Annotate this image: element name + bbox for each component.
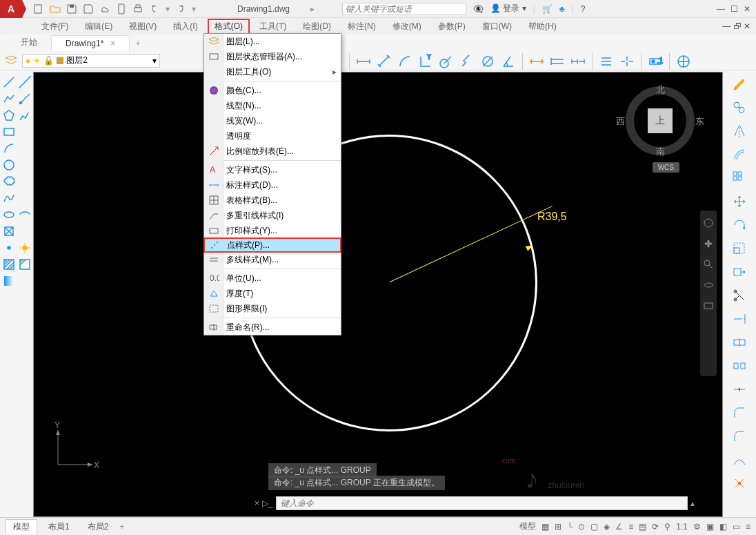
dd-color[interactable]: 颜色(C)... xyxy=(204,83,341,98)
cloud-icon[interactable] xyxy=(99,3,110,14)
spline-tool[interactable] xyxy=(1,191,16,206)
dim-linear-icon[interactable] xyxy=(354,52,373,71)
cmd-recent-icon[interactable]: ▴ xyxy=(690,498,695,508)
3dpoly-tool[interactable] xyxy=(17,108,32,123)
wheel-icon[interactable] xyxy=(703,217,714,228)
model-tab[interactable]: 模型 xyxy=(6,519,37,534)
command-input[interactable] xyxy=(276,496,688,510)
minimize-button[interactable]: — xyxy=(717,4,725,14)
dd-table-style[interactable]: 表格样式(B)... xyxy=(204,193,341,208)
ellipse-tool[interactable] xyxy=(1,207,16,222)
sb-otrack-icon[interactable]: ∠ xyxy=(615,522,623,532)
dim-diameter-icon[interactable] xyxy=(478,52,497,71)
dd-scale-list[interactable]: 比例缩放列表(E)... xyxy=(204,144,341,159)
polygon-tool[interactable] xyxy=(1,108,16,123)
dd-linetype[interactable]: 线型(N)... xyxy=(204,98,341,113)
chamfer-tool[interactable] xyxy=(730,403,749,422)
viewcube[interactable]: 上 北 南 东 西 xyxy=(626,86,695,155)
gradient-tool[interactable] xyxy=(1,273,16,289)
wcs-badge[interactable]: WCS xyxy=(653,162,679,173)
dd-limits[interactable]: 图形界限(I) xyxy=(204,301,341,316)
menu-insert[interactable]: 插入(I) xyxy=(166,19,204,35)
undo-icon[interactable] xyxy=(149,3,160,14)
mirror-tool[interactable] xyxy=(730,121,749,141)
sb-model[interactable]: 模型 xyxy=(519,521,536,532)
xline-tool[interactable] xyxy=(17,75,32,90)
dd-layer[interactable]: 图层(L)... xyxy=(204,34,341,49)
cmd-close-icon[interactable]: × xyxy=(255,498,259,508)
point-tool[interactable] xyxy=(1,240,16,255)
signin-button[interactable]: 👤 登录 ▾ xyxy=(490,3,526,14)
dim-ordinate-icon[interactable]: Y xyxy=(416,52,435,71)
sb-snap-icon[interactable]: ⊞ xyxy=(555,522,561,532)
line-tool[interactable] xyxy=(1,75,16,90)
close-button[interactable]: ✕ xyxy=(744,4,750,14)
menu-modify[interactable]: 修改(M) xyxy=(386,19,428,35)
dd-transparency[interactable]: 透明度 xyxy=(204,128,341,144)
sb-transp-icon[interactable]: ▤ xyxy=(639,522,646,532)
zoom-icon[interactable] xyxy=(703,259,714,270)
dd-text-style[interactable]: A文字样式(S)... xyxy=(204,162,341,177)
pencil-tool[interactable] xyxy=(730,75,749,94)
revcloud-tool[interactable] xyxy=(1,174,16,189)
layer-props-button[interactable] xyxy=(3,52,19,69)
dd-layer-tools[interactable]: 图层工具(O)▸ xyxy=(204,64,341,79)
mobile-icon[interactable] xyxy=(116,3,127,14)
move-tool[interactable] xyxy=(730,192,749,211)
center-mark-icon[interactable] xyxy=(674,52,693,71)
menu-parametric[interactable]: 参数(P) xyxy=(431,19,472,35)
dd-rename[interactable]: 重命名(R)... xyxy=(204,320,341,335)
hatch2-tool[interactable] xyxy=(17,257,32,272)
explode-tool[interactable] xyxy=(730,474,749,493)
ray-tool[interactable] xyxy=(17,91,32,106)
sb-polar-icon[interactable]: ⊙ xyxy=(578,522,585,532)
dim-jogged-icon[interactable] xyxy=(457,52,477,71)
trim-tool[interactable] xyxy=(730,286,749,305)
copy-tool[interactable] xyxy=(730,98,749,117)
sb-workspace-icon[interactable]: ▣ xyxy=(706,522,714,532)
sb-monitor-icon[interactable]: ◧ xyxy=(719,522,727,532)
tab-close-icon[interactable]: × xyxy=(110,39,115,48)
dd-layer-state[interactable]: 图层状态管理器(A)... xyxy=(204,49,341,64)
sb-ortho-icon[interactable]: └ xyxy=(567,522,573,532)
open-icon[interactable] xyxy=(50,3,61,14)
polyline-tool[interactable] xyxy=(1,91,16,106)
sb-osnap-icon[interactable]: ▢ xyxy=(590,522,598,532)
offset-tool[interactable] xyxy=(730,145,749,164)
dim-continue-icon[interactable] xyxy=(568,52,588,71)
break2-tool[interactable] xyxy=(730,356,749,376)
blend-tool[interactable] xyxy=(730,450,749,469)
menu-tools[interactable]: 工具(T) xyxy=(252,19,293,35)
help-icon[interactable]: ? xyxy=(581,4,586,14)
dd-lineweight[interactable]: 线宽(W)... xyxy=(204,113,341,128)
layout2-tab[interactable]: 布局2 xyxy=(81,519,116,534)
sb-clean-icon[interactable]: ▭ xyxy=(733,522,740,532)
layout-add-button[interactable]: + xyxy=(119,522,124,532)
sb-scale[interactable]: 1:1 xyxy=(676,522,688,532)
dd-point-style[interactable]: 点样式(P)... xyxy=(203,237,341,253)
break-tool[interactable] xyxy=(730,333,749,352)
mdi-close[interactable]: ✕ xyxy=(744,21,750,31)
infocenter-icon[interactable]: 👁‍🗨 xyxy=(473,4,484,14)
join-tool[interactable] xyxy=(730,380,749,399)
dd-thickness[interactable]: 厚度(T) xyxy=(204,286,341,301)
arc-tool[interactable] xyxy=(1,141,16,156)
rectangle-tool[interactable] xyxy=(1,124,16,139)
mdi-minimize[interactable]: — xyxy=(722,21,730,31)
dd-mline-style[interactable]: 多线样式(M)... xyxy=(204,252,341,267)
mdi-restore[interactable]: 🗗 xyxy=(733,21,742,31)
fillet-tool[interactable] xyxy=(730,427,749,446)
save-icon[interactable] xyxy=(66,3,77,14)
dd-dim-style[interactable]: 标注样式(D)... xyxy=(204,177,341,193)
tab-drawing1[interactable]: Drawing1*× xyxy=(51,35,130,51)
circle-tool[interactable] xyxy=(1,157,16,173)
cart-icon[interactable]: 🛒 xyxy=(542,4,553,14)
menu-view[interactable]: 视图(V) xyxy=(122,19,163,35)
drawing-canvas[interactable]: 上 北 南 东 西 WCS R39,5 X Y 命令: _u 点 xyxy=(33,72,723,517)
dim-angular-icon[interactable] xyxy=(499,52,518,71)
dd-mleader-style[interactable]: 多重引线样式(I) xyxy=(204,208,341,223)
pan-icon[interactable] xyxy=(703,238,714,249)
ellipse-arc-tool[interactable] xyxy=(17,207,32,222)
extend-tool[interactable] xyxy=(730,309,749,329)
redo-icon[interactable] xyxy=(175,3,186,14)
